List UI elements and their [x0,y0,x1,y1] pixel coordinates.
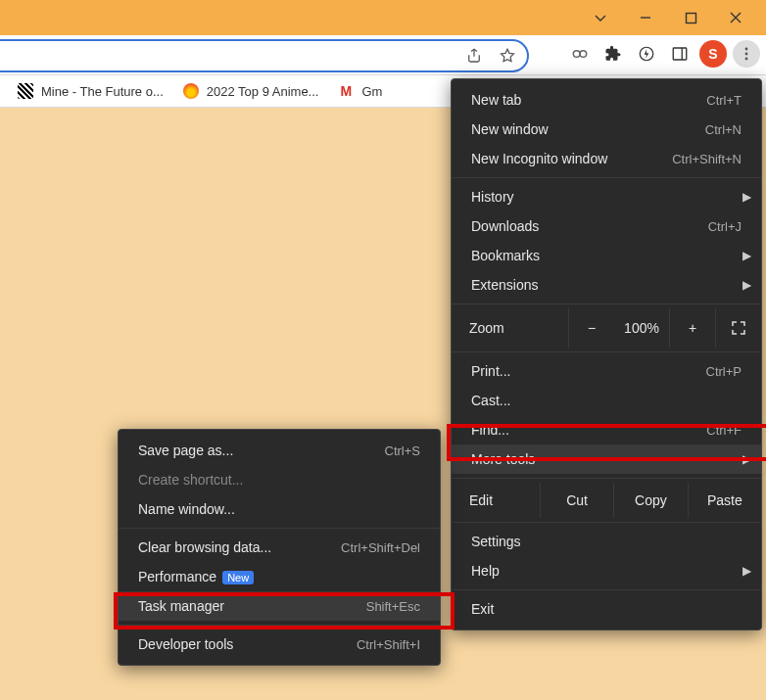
profile-avatar[interactable]: S [699,40,727,68]
bookmark-item[interactable]: Gm [338,83,382,99]
more-menu-button[interactable] [733,40,760,68]
chrome-main-menu: New tabCtrl+T New windowCtrl+N New Incog… [451,78,762,630]
extensions-puzzle-icon[interactable] [599,40,627,68]
bookmark-item[interactable]: Mine - The Future o... [18,83,164,99]
submenu-item-developer-tools[interactable]: Developer toolsCtrl+Shift+I [119,630,440,659]
zoom-out-button[interactable]: − [568,308,614,348]
bookmark-favicon [183,83,199,99]
chevron-down-icon[interactable] [578,3,623,32]
sidepanel-icon[interactable] [666,40,694,68]
bookmark-label: Gm [361,84,382,99]
menu-separator [452,351,761,352]
minimize-button[interactable] [623,3,668,32]
new-badge: New [222,571,254,584]
bolt-icon[interactable] [633,40,660,68]
submenu-arrow-icon: ▶ [742,190,751,204]
submenu-item-create-shortcut[interactable]: Create shortcut... [119,465,440,494]
submenu-item-task-manager[interactable]: Task managerShift+Esc [119,591,440,621]
menu-item-bookmarks[interactable]: Bookmarks▶ [452,241,761,270]
svg-point-6 [745,48,748,51]
menu-item-exit[interactable]: Exit [452,594,761,624]
edit-copy-button[interactable]: Copy [613,483,687,518]
svg-point-7 [745,53,748,56]
link-icon[interactable] [566,40,594,68]
edit-label: Edit [452,492,510,508]
fullscreen-button[interactable] [715,308,761,348]
menu-item-settings[interactable]: Settings [452,527,761,556]
menu-item-extensions[interactable]: Extensions▶ [452,270,761,300]
edit-paste-button[interactable]: Paste [688,483,761,518]
svg-point-8 [745,58,748,61]
menu-item-find[interactable]: Find...Ctrl+F [452,415,761,444]
share-icon[interactable] [460,42,488,70]
more-tools-submenu: Save page as...Ctrl+S Create shortcut...… [118,429,441,666]
submenu-item-save-page[interactable]: Save page as...Ctrl+S [119,436,440,465]
submenu-arrow-icon: ▶ [742,452,751,466]
zoom-label: Zoom [469,320,504,336]
star-icon[interactable] [494,42,521,70]
menu-item-cast[interactable]: Cast... [452,386,761,415]
menu-zoom-row: Zoom − 100% + [452,308,761,348]
submenu-item-performance[interactable]: PerformanceNew [119,562,440,591]
menu-separator [452,177,761,178]
maximize-button[interactable] [668,3,713,32]
menu-separator [452,303,761,304]
svg-rect-0 [686,13,695,23]
submenu-item-clear-data[interactable]: Clear browsing data...Ctrl+Shift+Del [119,533,440,562]
address-bar[interactable] [0,39,529,72]
window-titlebar [0,0,766,35]
menu-item-history[interactable]: History▶ [452,182,761,211]
menu-item-print[interactable]: Print...Ctrl+P [452,356,761,386]
submenu-item-name-window[interactable]: Name window... [119,494,440,524]
svg-rect-4 [673,48,687,60]
menu-item-new-window[interactable]: New windowCtrl+N [452,115,761,144]
submenu-arrow-icon: ▶ [742,278,751,292]
menu-item-help[interactable]: Help▶ [452,556,761,585]
zoom-in-button[interactable]: + [669,308,715,348]
browser-toolbar: S [0,35,766,75]
bookmark-item[interactable]: 2022 Top 9 Anime... [183,83,319,99]
menu-item-new-incognito[interactable]: New Incognito windowCtrl+Shift+N [452,144,761,173]
zoom-value: 100% [614,320,669,336]
menu-item-more-tools[interactable]: More tools▶ [452,444,761,474]
edit-cut-button[interactable]: Cut [540,483,613,518]
bookmark-label: 2022 Top 9 Anime... [207,84,319,99]
gmail-icon [338,83,354,99]
svg-point-2 [580,51,587,58]
menu-separator [452,589,761,590]
menu-item-new-tab[interactable]: New tabCtrl+T [452,85,761,115]
svg-point-1 [573,51,580,58]
browser-window: S Mine - The Future o... 2022 Top 9 Anim… [0,0,766,700]
menu-separator [452,522,761,523]
submenu-arrow-icon: ▶ [742,249,751,262]
close-button[interactable] [713,3,758,32]
bookmark-label: Mine - The Future o... [41,84,164,99]
menu-separator [119,528,440,529]
menu-separator [452,478,761,479]
submenu-arrow-icon: ▶ [742,564,751,578]
toolbar-icons: S [566,39,760,69]
bookmark-favicon [18,83,33,99]
menu-edit-row: Edit Cut Copy Paste [452,483,761,518]
menu-item-downloads[interactable]: DownloadsCtrl+J [452,211,761,241]
menu-separator [119,625,440,626]
